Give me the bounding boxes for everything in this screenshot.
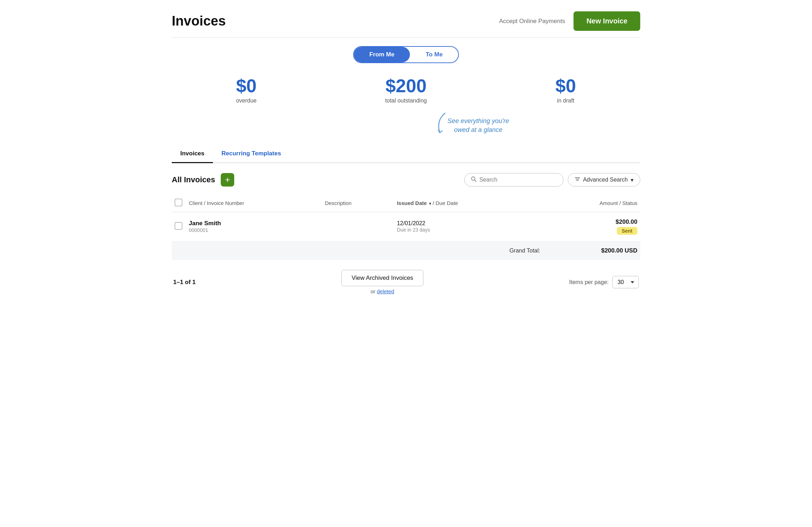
- stat-outstanding: $200 total outstanding: [385, 76, 427, 104]
- search-icon: [471, 176, 477, 183]
- invoices-bar-right: Advanced Search ▾: [464, 173, 640, 187]
- grand-total-label: Grand Total:: [394, 242, 543, 260]
- advanced-search-button[interactable]: Advanced Search ▾: [568, 173, 640, 187]
- per-page-select[interactable]: 10 20 30 50 100: [612, 276, 639, 288]
- tab-recurring-templates[interactable]: Recurring Templates: [213, 145, 290, 163]
- header-divider: [172, 37, 640, 38]
- sort-arrow-icon: ▾: [429, 201, 431, 206]
- grand-total-amount: $200.00 USD: [543, 242, 640, 260]
- filter-icon: [575, 176, 580, 183]
- invoice-number: 0000001: [189, 227, 208, 233]
- row-checkbox[interactable]: [175, 222, 182, 230]
- table-header-row: Client / Invoice Number Description Issu…: [172, 194, 640, 212]
- row-checkbox-cell: [172, 212, 186, 242]
- overdue-amount: $0: [236, 76, 257, 96]
- toggle-to-me[interactable]: To Me: [410, 47, 458, 62]
- or-deleted-text: or deleted: [371, 288, 394, 294]
- items-per-page-control: Items per page: 10 20 30 50 100: [569, 276, 639, 288]
- stat-overdue: $0 overdue: [236, 76, 257, 104]
- row-date-cell: 12/01/2022 Due in 23 days: [394, 212, 543, 242]
- advanced-search-label: Advanced Search: [583, 177, 628, 183]
- th-issued: Issued Date ▾ / Due Date: [394, 194, 543, 212]
- chevron-down-icon: ▾: [631, 177, 633, 183]
- footer-row: 1–1 of 1 View Archived Invoices or delet…: [172, 270, 640, 294]
- outstanding-amount: $200: [385, 76, 427, 96]
- draft-amount: $0: [555, 76, 576, 96]
- add-invoice-button[interactable]: +: [221, 173, 234, 187]
- page-header: Invoices Accept Online Payments New Invo…: [172, 11, 640, 31]
- outstanding-label: total outstanding: [385, 98, 427, 104]
- select-all-checkbox[interactable]: [175, 199, 182, 206]
- items-per-page-label: Items per page:: [569, 279, 609, 285]
- accept-payments-link[interactable]: Accept Online Payments: [499, 18, 565, 25]
- annotation-area: See everything you'reowed at a glance: [172, 110, 640, 142]
- view-archived-button[interactable]: View Archived Invoices: [341, 270, 424, 286]
- toggle-from-me[interactable]: From Me: [354, 47, 410, 62]
- th-client: Client / Invoice Number: [186, 194, 322, 212]
- draft-label: in draft: [555, 98, 576, 104]
- plus-icon: +: [225, 175, 230, 185]
- status-badge: Sent: [617, 227, 637, 235]
- search-input[interactable]: [479, 177, 557, 183]
- invoices-bar-left: All Invoices +: [172, 173, 234, 187]
- table-row: Jane Smith 0000001 12/01/2022 Due in 23 …: [172, 212, 640, 242]
- issued-date: 12/01/2022: [397, 220, 425, 226]
- deleted-link[interactable]: deleted: [377, 288, 394, 294]
- th-due-date-label: / Due Date: [433, 200, 458, 206]
- page-title: Invoices: [172, 13, 226, 29]
- row-description-cell: [322, 212, 394, 242]
- row-amount: $200.00: [546, 218, 637, 226]
- annotation-text: See everything you'reowed at a glance: [448, 117, 509, 134]
- grand-total-row: Grand Total: $200.00 USD: [172, 242, 640, 260]
- invoice-table: Client / Invoice Number Description Issu…: [172, 194, 640, 260]
- stat-draft: $0 in draft: [555, 76, 576, 104]
- th-checkbox: [172, 194, 186, 212]
- client-name[interactable]: Jane Smith: [189, 220, 319, 227]
- th-description: Description: [322, 194, 394, 212]
- th-issued-date-label: Issued Date: [397, 200, 427, 206]
- stats-row: $0 overdue $200 total outstanding $0 in …: [172, 76, 640, 104]
- tab-invoices[interactable]: Invoices: [172, 145, 213, 163]
- grand-total-empty: [172, 242, 394, 260]
- view-toggle-group: From Me To Me: [353, 46, 459, 63]
- pagination-text: 1–1 of 1: [173, 279, 196, 286]
- row-client-cell: Jane Smith 0000001: [186, 212, 322, 242]
- invoices-bar: All Invoices +: [172, 173, 640, 187]
- th-amount: Amount / Status: [543, 194, 640, 212]
- overdue-label: overdue: [236, 98, 257, 104]
- view-toggle-container: From Me To Me: [172, 46, 640, 63]
- search-input-wrap: [464, 173, 564, 187]
- new-invoice-button[interactable]: New Invoice: [574, 11, 640, 31]
- header-actions: Accept Online Payments New Invoice: [499, 11, 640, 31]
- svg-line-1: [474, 180, 476, 182]
- row-amount-cell: $200.00 Sent: [543, 212, 640, 242]
- tabs-row: Invoices Recurring Templates: [172, 145, 640, 163]
- footer-center: View Archived Invoices or deleted: [341, 270, 424, 294]
- all-invoices-title: All Invoices: [172, 175, 215, 184]
- due-label: Due in 23 days: [397, 227, 430, 233]
